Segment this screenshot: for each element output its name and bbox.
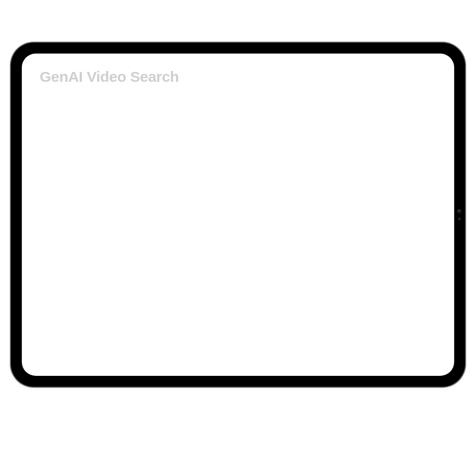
camera-lens-icon bbox=[457, 209, 462, 214]
tablet-camera-cluster bbox=[456, 204, 462, 225]
tablet-device-frame: GenAI Video Search bbox=[11, 43, 465, 387]
tablet-screen: GenAI Video Search bbox=[22, 54, 454, 376]
camera-sensor-icon bbox=[458, 218, 461, 220]
page-title: GenAI Video Search bbox=[40, 68, 436, 85]
